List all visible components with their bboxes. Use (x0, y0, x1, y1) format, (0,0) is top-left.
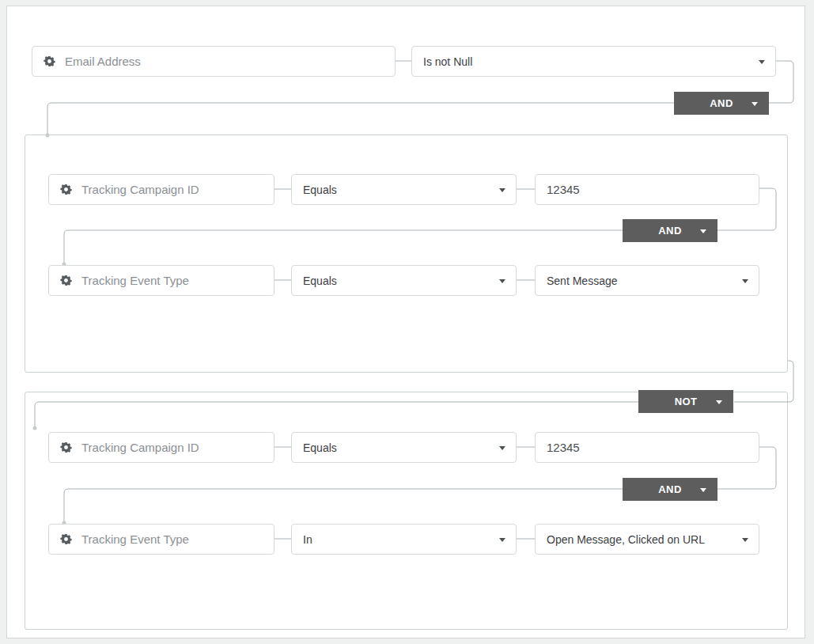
segment-builder-page: Email Address Is not Null AND Tracking C… (0, 0, 814, 644)
field-label: Tracking Event Type (81, 532, 189, 546)
combinator-not[interactable]: NOT (638, 390, 733, 413)
operator-value: Equals (303, 184, 337, 196)
rule-group-2 (25, 392, 788, 630)
operator-select-root[interactable]: Is not Null (411, 46, 776, 77)
caret-down-icon (742, 538, 748, 542)
combinator-label: AND (658, 483, 681, 495)
combinator-label: NOT (675, 396, 698, 407)
field-label: Tracking Campaign ID (81, 183, 199, 196)
caret-down-icon (499, 279, 505, 283)
field-label: Tracking Campaign ID (81, 441, 199, 454)
caret-down-icon[interactable] (716, 400, 722, 404)
caret-down-icon (499, 446, 505, 450)
value-input[interactable] (535, 174, 759, 205)
operator-value: Equals (303, 275, 337, 287)
combinator-label: AND (658, 225, 681, 237)
gear-icon[interactable] (60, 441, 72, 453)
combinator-and-group2[interactable]: AND (623, 478, 717, 501)
caret-down-icon[interactable] (752, 102, 758, 106)
caret-down-icon (499, 188, 505, 192)
operator-select[interactable]: Equals (291, 265, 517, 296)
caret-down-icon[interactable] (700, 488, 706, 492)
value-select[interactable]: Open Message, Clicked on URL (535, 524, 759, 555)
value-input[interactable] (535, 432, 759, 463)
operator-value: In (303, 533, 312, 546)
gear-icon[interactable] (44, 55, 55, 67)
value-text: Open Message, Clicked on URL (547, 533, 705, 546)
combinator-and-group1[interactable]: AND (623, 219, 717, 242)
operator-select[interactable]: Equals (291, 432, 517, 463)
rule-group-1 (25, 134, 788, 373)
rule-field-tracking-campaign-id[interactable]: Tracking Campaign ID (48, 432, 274, 463)
field-label: Tracking Event Type (81, 274, 189, 287)
rule-field-tracking-campaign-id[interactable]: Tracking Campaign ID (48, 174, 274, 205)
rule-field-tracking-event-type[interactable]: Tracking Event Type (48, 524, 274, 555)
operator-select[interactable]: In (291, 524, 517, 555)
operator-value: Equals (303, 441, 337, 454)
combinator-label: AND (710, 97, 733, 109)
value-select[interactable]: Sent Message (535, 265, 759, 296)
rule-field-tracking-event-type[interactable]: Tracking Event Type (48, 265, 274, 296)
caret-down-icon (759, 60, 765, 64)
caret-down-icon[interactable] (700, 229, 706, 233)
gear-icon[interactable] (60, 533, 72, 545)
combinator-and-root[interactable]: AND (674, 92, 769, 115)
value-text: Sent Message (547, 275, 618, 287)
rule-field-email-address[interactable]: Email Address (32, 46, 396, 77)
operator-select[interactable]: Equals (291, 174, 517, 205)
caret-down-icon (742, 279, 748, 283)
gear-icon[interactable] (60, 275, 72, 286)
gear-icon[interactable] (60, 184, 72, 195)
operator-value: Is not Null (423, 55, 472, 68)
caret-down-icon (499, 538, 505, 542)
field-label: Email Address (65, 55, 141, 68)
